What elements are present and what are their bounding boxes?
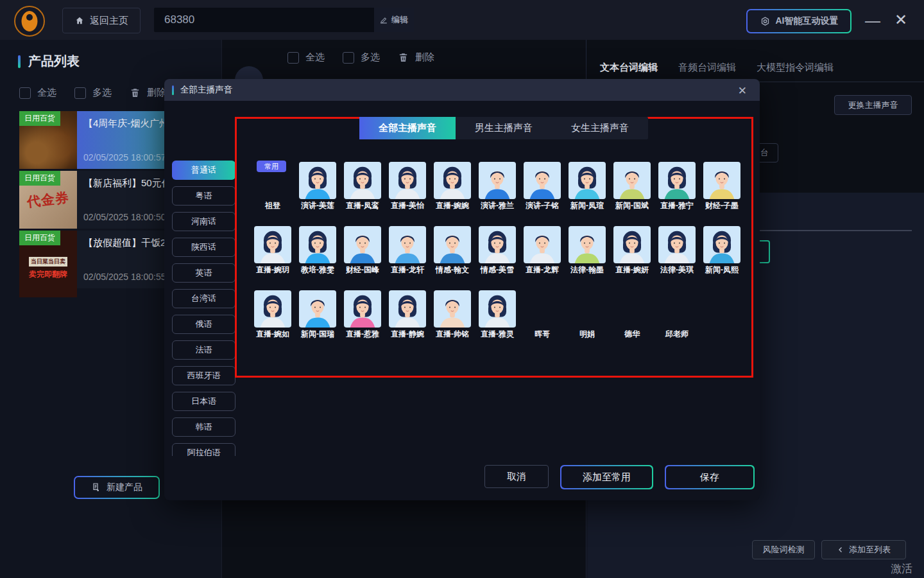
voice-avatar <box>299 162 336 199</box>
voice-item[interactable]: 直播-美怡 <box>385 159 430 223</box>
brand-logo <box>14 6 45 37</box>
select-all-label[interactable]: 全选 <box>37 87 56 99</box>
language-button[interactable]: 河南话 <box>172 212 235 231</box>
voice-avatar <box>613 162 651 199</box>
voice-item[interactable]: 新闻-凤瑄 <box>565 159 610 223</box>
select-all-checkbox[interactable] <box>287 52 299 64</box>
voice-item[interactable]: 直播-婉如 <box>250 288 295 352</box>
tab-音频台词编辑[interactable]: 音频台词编辑 <box>678 62 736 74</box>
category-badge: 日用百货 <box>19 171 60 186</box>
voice-avatar <box>434 226 471 263</box>
voice-item[interactable]: 直播-雅灵 <box>475 288 520 352</box>
select-all-checkbox[interactable] <box>19 87 31 99</box>
cancel-button[interactable]: 取消 <box>484 465 549 488</box>
new-product-button[interactable]: 新建产品 <box>74 476 160 499</box>
multi-select-label[interactable]: 多选 <box>361 51 380 64</box>
voice-avatar <box>479 162 516 199</box>
voice-item[interactable]: 直播-婉玥 <box>250 223 295 288</box>
voice-item[interactable]: 直播-静婉 <box>385 288 430 352</box>
voice-item[interactable]: 演讲-雅兰 <box>475 159 520 223</box>
edit-button[interactable]: 编辑 <box>374 8 414 32</box>
voice-item[interactable]: 法律-美琪 <box>654 223 699 288</box>
delete-label[interactable]: 删除 <box>147 87 166 99</box>
voice-item[interactable]: 情感-翰文 <box>430 223 475 288</box>
room-id-input[interactable] <box>154 13 374 26</box>
tab-文本台词编辑[interactable]: 文本台词编辑 <box>600 62 658 74</box>
voice-tab[interactable]: 男生主播声音 <box>456 117 552 139</box>
delete-label[interactable]: 删除 <box>415 51 434 64</box>
product-timestamp: 02/05/2025 18:00:50 <box>83 212 166 222</box>
voice-item[interactable]: 演讲-子铭 <box>520 159 565 223</box>
risk-word-check-button[interactable]: 风险词检测 <box>752 540 815 559</box>
voice-item[interactable]: 新闻-凤熙 <box>699 223 744 288</box>
multi-select-label[interactable]: 多选 <box>92 87 112 99</box>
language-button[interactable]: 普通话 <box>172 161 235 180</box>
language-button[interactable]: 粤语 <box>172 186 235 206</box>
voice-tab[interactable]: 全部主播声音 <box>359 117 456 139</box>
language-button[interactable]: 俄语 <box>172 315 235 334</box>
voice-item[interactable]: 财经-国峰 <box>340 223 385 288</box>
language-button[interactable]: 陕西话 <box>172 238 235 257</box>
voice-avatar <box>569 226 606 263</box>
voice-item[interactable]: 教培-雅雯 <box>295 223 340 288</box>
voice-item[interactable]: 直播-婉婉 <box>430 159 475 223</box>
voice-avatar <box>299 290 336 328</box>
voice-tab[interactable]: 女生主播声音 <box>552 117 648 139</box>
voice-item[interactable]: 直播-惹雅 <box>340 288 385 352</box>
product-image-text: 代金券 <box>26 189 71 211</box>
voice-avatar <box>299 226 336 263</box>
language-button[interactable]: 法语 <box>172 340 235 360</box>
voice-item[interactable]: 直播-龙辉 <box>520 223 565 288</box>
voice-item[interactable]: 新闻-国瑞 <box>295 288 340 352</box>
voice-item[interactable]: 直播-婉妍 <box>610 223 654 288</box>
voice-item[interactable]: 情感-美雪 <box>475 223 520 288</box>
tab-大模型指令词编辑[interactable]: 大模型指令词编辑 <box>757 62 834 74</box>
trash-icon[interactable] <box>130 87 141 98</box>
person-icon <box>26 14 33 21</box>
language-button[interactable]: 韩语 <box>172 417 235 437</box>
change-voice-button[interactable]: 更换主播声音 <box>834 95 912 115</box>
edit-label: 编辑 <box>391 14 408 26</box>
voice-item[interactable]: 直播-凤鸾 <box>340 159 385 223</box>
product-image-text: 卖完即翻牌 <box>29 269 67 280</box>
voice-item[interactable]: 新闻-国斌 <box>610 159 654 223</box>
voice-item[interactable]: 晖哥 <box>520 288 565 352</box>
voice-item[interactable]: 财经-子墨 <box>699 159 744 223</box>
trash-icon[interactable] <box>398 52 409 63</box>
product-list-header: 产品列表 <box>18 53 80 70</box>
voice-avatar <box>344 162 381 199</box>
voice-item[interactable]: 邱老师 <box>654 288 699 352</box>
voice-item[interactable]: 明娟 <box>565 288 610 352</box>
multi-select-checkbox[interactable] <box>343 52 354 64</box>
window-close-button[interactable]: ✕ <box>891 10 911 30</box>
select-all-label[interactable]: 全选 <box>305 51 325 64</box>
multi-select-checkbox[interactable] <box>74 87 86 99</box>
voice-avatar <box>389 290 426 328</box>
language-button[interactable]: 阿拉伯语 <box>172 443 235 456</box>
voice-item[interactable]: 直播-龙轩 <box>385 223 430 288</box>
language-button[interactable]: 西班牙语 <box>172 366 235 385</box>
voice-avatar <box>434 290 471 328</box>
voice-item[interactable]: 直播-帅铭 <box>430 288 475 352</box>
add-to-common-button[interactable]: 添加至常用 <box>560 465 653 489</box>
language-button[interactable]: 英语 <box>172 263 235 283</box>
ai-settings-button[interactable]: AI智能互动设置 <box>746 9 851 33</box>
voice-avatar <box>389 162 426 199</box>
voice-avatar <box>524 226 561 263</box>
back-home-button[interactable]: 返回主页 <box>62 8 141 33</box>
voice-avatar <box>524 162 561 199</box>
save-button[interactable]: 保存 <box>665 465 755 489</box>
language-button[interactable]: 台湾话 <box>172 289 235 308</box>
voice-item[interactable]: 法律-翰墨 <box>565 223 610 288</box>
common-badge: 常用 <box>257 161 286 172</box>
product-image-text: 当日菜当日卖 <box>29 257 67 267</box>
voice-item[interactable]: 直播-雅宁 <box>654 159 699 223</box>
voice-avatar <box>658 226 696 263</box>
add-to-list-button[interactable]: 添加至列表 <box>821 540 906 559</box>
minimize-button[interactable]: — <box>862 12 883 30</box>
voice-avatar <box>703 226 740 263</box>
language-button[interactable]: 日本语 <box>172 392 235 411</box>
ai-settings-label: AI智能互动设置 <box>776 15 839 27</box>
voice-item[interactable]: 德华 <box>610 288 654 352</box>
voice-item[interactable]: 演讲-美莲 <box>295 159 340 223</box>
